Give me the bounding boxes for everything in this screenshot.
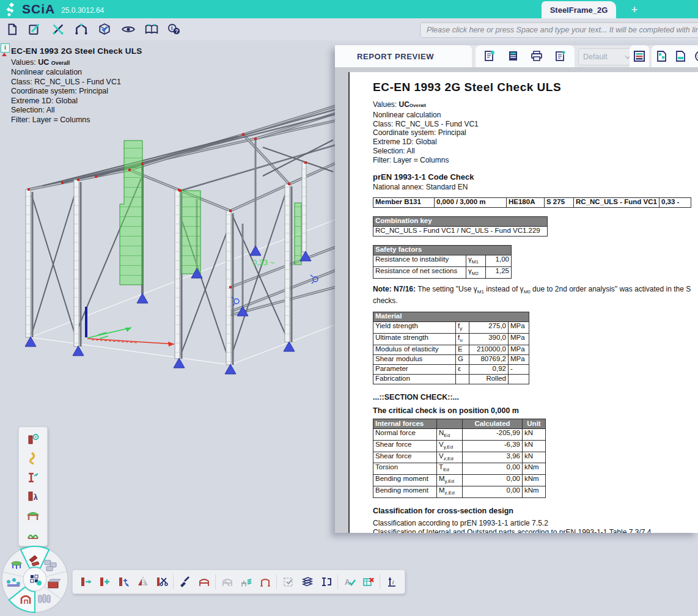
table-cell: 0,00 xyxy=(463,486,523,497)
report-body[interactable]: EC-EN 1993 2G Steel Check ULS Values: UC… xyxy=(335,67,698,533)
table-header-row: Internal forcesCalculatedUnit xyxy=(373,419,546,428)
check-cube-icon xyxy=(98,23,111,36)
top-bar: SCiA 25.0.3012.64 SteelFrame_2G + xyxy=(0,0,698,18)
spellcheck-button[interactable]: A xyxy=(340,572,359,592)
section-check-heading: ...::SECTION CHECK::... xyxy=(373,393,698,402)
table-cell: kN xyxy=(523,428,546,440)
table-cell: E xyxy=(456,345,469,354)
table-row: FabricationRolled xyxy=(373,374,529,384)
table-cell: TEd xyxy=(437,463,463,475)
table-cell: 0,92 xyxy=(469,364,509,374)
table-cell: S 275 xyxy=(545,198,574,208)
values-subscript: Overall xyxy=(410,103,426,108)
workstation-wheel[interactable] xyxy=(0,543,76,616)
report-content-button[interactable] xyxy=(504,47,523,65)
cross-section-icon xyxy=(26,471,40,484)
mirror-button[interactable] xyxy=(133,572,152,592)
view-button[interactable] xyxy=(117,20,139,38)
arch-results-button[interactable] xyxy=(19,524,47,543)
layers-button[interactable] xyxy=(298,572,317,592)
new-tab-button[interactable]: + xyxy=(627,2,642,17)
facing-pages-button[interactable] xyxy=(653,47,671,65)
cross-section-button[interactable] xyxy=(19,468,47,486)
table-cell: γM2 xyxy=(466,267,486,279)
print-button[interactable] xyxy=(527,47,546,65)
material-table: MaterialYield strengthfy275,0MPaUltimate… xyxy=(373,312,529,384)
table-cell: ε xyxy=(456,364,469,374)
table-cell: MPa xyxy=(509,354,529,364)
select-box-icon xyxy=(282,575,295,588)
scia-logo: SCiA xyxy=(5,2,55,16)
move-button[interactable] xyxy=(76,572,95,592)
deformed-shape-button[interactable] xyxy=(19,449,47,468)
multicopy-button[interactable] xyxy=(114,572,133,592)
columns xyxy=(26,139,306,365)
max-uc-label: 0,33 ~ xyxy=(252,258,275,267)
table-cell: Shear force xyxy=(373,440,437,452)
frame-results-button[interactable] xyxy=(19,505,47,524)
library-book-icon xyxy=(144,23,159,36)
overlay-title: EC-EN 1993 2G Steel Check ULS xyxy=(11,46,142,56)
books-icon xyxy=(39,595,50,603)
single-page-button[interactable] xyxy=(672,47,690,65)
check-button[interactable] xyxy=(94,20,116,38)
svg-text:i: i xyxy=(392,579,394,585)
table-header-cell: Internal forces xyxy=(373,419,437,428)
table-row: Normal forceNEd-205,99kN xyxy=(373,428,546,440)
help-button[interactable]: i ? xyxy=(163,20,185,38)
combination-key-table: Combination keyRC_NC_ULS - Fund VC1 / NC… xyxy=(373,216,548,237)
table-cell: Ultimate strength xyxy=(373,334,456,345)
table-cell: MPa xyxy=(509,345,529,354)
project-tab-label: SteelFrame_2G xyxy=(550,6,608,15)
zoom-100-icon: 100 xyxy=(694,50,698,63)
table-cell: fy xyxy=(456,322,469,334)
copy-properties-button[interactable] xyxy=(175,572,194,592)
svg-text:?: ? xyxy=(175,28,178,34)
table-cell: Parameter xyxy=(373,364,456,374)
portal-button[interactable] xyxy=(255,572,274,592)
structure-button[interactable] xyxy=(70,20,92,38)
delete-table-button[interactable] xyxy=(359,572,378,592)
info-icon[interactable]: i xyxy=(1,43,10,53)
frame-ghost-button[interactable] xyxy=(218,572,237,592)
table-row: Yield strengthfy275,0MPa xyxy=(373,322,529,334)
measure-button[interactable]: i xyxy=(382,572,401,592)
command-input[interactable] xyxy=(420,22,698,38)
frame-ghost-icon xyxy=(221,575,234,588)
template-select[interactable]: Default xyxy=(578,48,636,65)
values-symbol: UC xyxy=(38,58,49,67)
new-project-button[interactable] xyxy=(1,20,23,38)
table-header-row: Combination key xyxy=(373,217,548,227)
spellcheck-icon: A xyxy=(343,575,356,588)
tools-button[interactable] xyxy=(47,20,69,38)
slenderness-button[interactable]: λ xyxy=(19,486,47,505)
member-check-settings-button[interactable] xyxy=(19,430,47,449)
table-cell: Resistance to instability xyxy=(373,255,466,267)
layout-button[interactable] xyxy=(630,47,648,65)
table-header-row: Safety factors xyxy=(373,246,512,255)
national-annex-line: National annex: Standard EN xyxy=(373,183,698,192)
bench-layers-button[interactable] xyxy=(237,572,255,592)
table-cell: Vy,Ed xyxy=(437,440,463,452)
rename-button[interactable] xyxy=(317,572,336,592)
table-cell: Vz,Ed xyxy=(437,452,463,463)
table-header-cell: Unit xyxy=(523,419,546,428)
select-box-button[interactable] xyxy=(279,572,298,592)
project-tab[interactable]: SteelFrame_2G xyxy=(542,1,616,18)
zoom-100-button[interactable]: 100 xyxy=(691,47,698,65)
table-cell: Mz,Ed xyxy=(437,486,463,497)
copy-button[interactable] xyxy=(95,572,114,592)
cut-button[interactable] xyxy=(152,572,171,592)
export-button[interactable] xyxy=(551,47,570,65)
edit-button[interactable] xyxy=(23,20,45,38)
report-settings-button[interactable] xyxy=(480,47,499,65)
scia-logo-icon xyxy=(5,2,18,16)
table-row: RC_NC_ULS - Fund VC1 / NC_ULS - Fund VC1… xyxy=(373,227,548,237)
arch-results-icon xyxy=(26,527,40,541)
frame-button[interactable] xyxy=(194,572,213,592)
deformed-shape-icon xyxy=(26,452,40,465)
overlay-info-line: Coordinate system: Principal xyxy=(11,87,142,97)
report-preview-tab[interactable]: REPORT PREVIEW xyxy=(335,45,472,67)
report-settings-icon xyxy=(483,50,496,63)
library-button[interactable] xyxy=(141,20,163,38)
